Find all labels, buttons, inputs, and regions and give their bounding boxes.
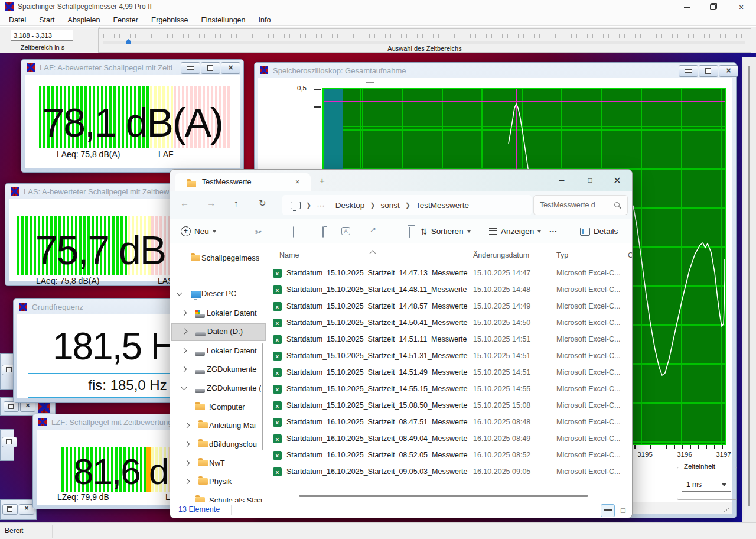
slider-thumb[interactable] [126,39,131,44]
maximize-button[interactable] [700,0,726,14]
menu-item-start[interactable]: Start [32,16,61,24]
back-icon[interactable]: ← [180,198,189,208]
chevron-down-icon[interactable] [177,290,183,296]
chevron-right-icon[interactable] [181,310,187,316]
menu-item-datei[interactable]: Datei [2,16,32,24]
delete-icon[interactable] [409,227,410,238]
laf-close-button[interactable] [221,62,240,74]
file-date: 16.10.2025 08:52 [473,451,530,459]
file-row[interactable]: xStartdatum_15.10.2025_Startzeit_14.51.1… [269,332,630,348]
details-view-toggle[interactable] [601,504,615,517]
sidebar-item-schallpegelmess[interactable]: Schallpegelmess [171,251,265,266]
chevron-down-icon[interactable] [181,385,187,391]
file-row[interactable]: xStartdatum_16.10.2025_Startzeit_08.52.0… [269,447,630,464]
search-input[interactable]: TestMesswerte d [533,195,628,215]
time-range-input[interactable] [11,30,73,41]
chevron-right-icon[interactable] [184,479,190,485]
rename-icon[interactable]: A [341,227,350,235]
sidebar-item-anleitung-mai[interactable]: Anleitung Mai [171,418,265,433]
zeiteinheit-select[interactable]: 1 ms [682,478,731,492]
scroll-dash[interactable] [366,82,374,83]
explorer-minimize-button[interactable]: – [552,173,572,187]
time-range-panel: Zeitbereich in s [0,27,100,53]
laf-minimize-button[interactable] [181,62,200,74]
sidebar-item-dieser-pc[interactable]: Dieser PC [171,286,265,301]
forward-icon[interactable]: → [207,198,216,208]
horizontal-scrollbar[interactable] [299,495,588,497]
file-type: Microsoft Excel-C... [556,352,620,360]
restore-button[interactable] [2,504,18,515]
chevron-right-icon[interactable] [181,366,187,372]
file-row[interactable]: xStartdatum_15.10.2025_Startzeit_14.51.4… [269,365,630,381]
breadcrumb-ellipsis[interactable]: ··· [317,201,325,210]
file-row[interactable]: xStartdatum_15.10.2025_Startzeit_14.48.5… [269,298,630,315]
sidebar-item-daten-d[interactable]: Daten (D:) [171,323,266,341]
menu-item-info[interactable]: Info [252,16,278,24]
osc-minimize-button[interactable] [679,65,698,77]
pane-splitter[interactable] [748,66,750,506]
breadcrumb-item-testmesswerte[interactable]: TestMesswerte [416,201,469,210]
share-icon[interactable]: ↗ [370,225,376,234]
copy-icon[interactable] [293,226,294,238]
sidebar-item-lokaler-datent[interactable]: Lokaler Datent [171,306,265,321]
file-date: 15.10.2025 14:47 [473,269,530,277]
new-button[interactable]: + Neu [181,219,216,243]
file-row[interactable]: xStartdatum_15.10.2025_Startzeit_15.08.5… [269,398,630,414]
sidebar-item-zgdokumente[interactable]: ZGDokumente [171,362,265,377]
tab-close-icon[interactable]: × [295,177,300,186]
file-type: Microsoft Excel-C... [556,302,620,310]
details-button[interactable]: Details [580,219,618,243]
sidebar-item-zgdokumente[interactable]: ZGDokumente ( [171,381,265,396]
chevron-right-icon[interactable] [182,329,188,335]
sidebar-item-lokaler-datent[interactable]: Lokaler Datent [171,343,265,359]
file-row[interactable]: xStartdatum_15.10.2025_Startzeit_14.51.3… [269,348,630,365]
file-row[interactable]: xStartdatum_15.10.2025_Startzeit_14.47.1… [269,265,630,282]
time-slider[interactable] [103,41,745,44]
chevron-right-icon[interactable] [184,460,190,466]
explorer-close-button[interactable]: ✕ [607,173,627,187]
this-pc-icon[interactable] [291,202,301,209]
menu-item-abspielen[interactable]: Abspielen [61,16,107,24]
menu-item-ergebnisse[interactable]: Ergebnisse [145,16,195,24]
new-tab-button[interactable]: + [320,176,325,186]
chevron-right-icon[interactable] [184,423,190,428]
file-date: 15.10.2025 14:51 [473,368,530,376]
file-row[interactable]: xStartdatum_16.10.2025_Startzeit_09.05.0… [269,464,630,480]
file-row[interactable]: xStartdatum_16.10.2025_Startzeit_08.49.0… [269,431,630,447]
laf-restore-button[interactable] [201,62,220,74]
file-row[interactable]: xStartdatum_15.10.2025_Startzeit_14.50.4… [269,315,630,332]
sidebar-item-nwt[interactable]: NwT [171,456,265,471]
chevron-right-icon[interactable] [181,348,187,354]
view-button[interactable]: Anzeigen [489,219,541,243]
refresh-icon[interactable]: ↻ [259,198,266,209]
file-row[interactable]: xStartdatum_16.10.2025_Startzeit_08.47.5… [269,414,630,431]
restore-button[interactable] [2,437,17,447]
sidebar-item-dbildungsclou[interactable]: dBildungsclou [171,437,265,452]
resize-grip[interactable] [724,507,729,512]
search-icon[interactable] [614,202,621,209]
chevron-right-icon[interactable] [184,441,190,447]
osc-close-button[interactable] [719,65,738,77]
minimize-button[interactable] [674,0,700,14]
file-row[interactable]: xStartdatum_15.10.2025_Startzeit_14.55.1… [269,381,630,398]
paste-icon[interactable] [322,226,324,238]
menu-item-einstellungen[interactable]: Einstellungen [194,16,252,24]
explorer-maximize-button[interactable]: □ [580,173,600,187]
more-options-button[interactable]: ··· [549,219,558,243]
explorer-tab[interactable]: TestMesswerte × [175,173,311,191]
oscilloscope-titlebar[interactable]: Speicheroszilloskop: Gesamtaufnahme [255,63,736,78]
breadcrumb-item-sonst[interactable]: sonst [380,201,399,210]
breadcrumb-item-desktop[interactable]: Desktop [335,201,365,210]
cut-icon[interactable]: ✂ [255,228,262,237]
menu-item-fenster[interactable]: Fenster [107,16,145,24]
breadcrumb[interactable]: ❯ ··· Desktop ❯ sonst ❯ TestMesswerte [282,195,532,215]
file-row[interactable]: xStartdatum_15.10.2025_Startzeit_14.48.1… [269,282,630,298]
osc-restore-button[interactable] [699,65,718,77]
sidebar-scrollbar[interactable] [262,343,263,450]
up-icon[interactable]: ↑ [234,198,239,208]
close-button[interactable]: × [728,0,754,14]
sort-button[interactable]: ⇅ Sortieren [421,219,471,243]
sidebar-item-physik[interactable]: Physik [171,474,265,489]
sidebar-item-computer[interactable]: !Computer [171,400,265,415]
thumbnail-view-toggle[interactable]: □ [617,504,630,516]
